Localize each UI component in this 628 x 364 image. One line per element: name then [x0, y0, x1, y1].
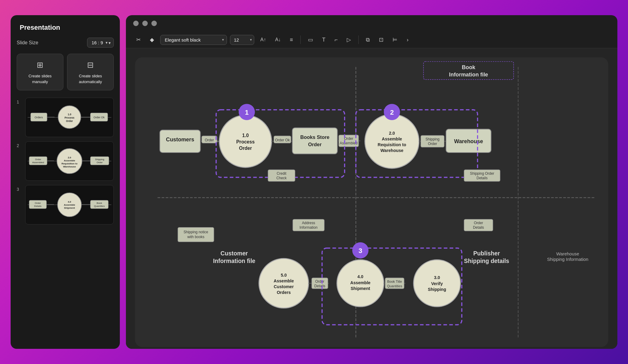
create-auto-button[interactable]: ⊟ Create slides automatically — [67, 54, 114, 90]
svg-text:5.0: 5.0 — [281, 273, 287, 278]
svg-text:Customer: Customer — [274, 284, 294, 289]
svg-text:Shipping: Shipping — [425, 137, 439, 141]
svg-text:Order Ok: Order Ok — [93, 116, 105, 119]
slide2-svg: Order Assembled 2.0 Assemble Requisition… — [25, 142, 113, 180]
sidebar: Presentation Slide Size 16 : 9 4 : 3 ▾ ⊞… — [11, 15, 120, 349]
font-select-wrapper[interactable]: Elegant soft black ▾ — [160, 35, 227, 45]
svg-text:Book Title: Book Title — [387, 280, 402, 283]
svg-text:Quantities: Quantities — [387, 284, 403, 288]
svg-text:Address: Address — [302, 221, 315, 225]
size-select[interactable]: 12 — [230, 35, 254, 45]
svg-text:Shipping: Shipping — [428, 287, 446, 292]
svg-text:Order: Order — [239, 146, 252, 151]
paint-button[interactable]: ◆ — [147, 35, 157, 45]
sidebar-title: Presentation — [11, 15, 120, 38]
svg-text:Warehouse: Warehouse — [63, 165, 76, 168]
slide-item-3[interactable]: 3 Order Details 4.0 Assemble Shipment — [17, 185, 114, 224]
svg-text:with books: with books — [187, 235, 204, 239]
slide-size-label: Slide Size — [17, 40, 83, 46]
svg-text:Shipping notice: Shipping notice — [184, 230, 208, 234]
svg-text:Information: Information — [299, 225, 317, 230]
rectangle-button[interactable]: ▭ — [305, 35, 316, 45]
svg-text:Order: Order — [35, 158, 41, 161]
slide-number-3: 3 — [17, 185, 22, 192]
connector-button[interactable]: ⌐ — [332, 35, 341, 45]
window-titlebar — [126, 15, 617, 32]
svg-text:Customer: Customer — [221, 250, 248, 257]
svg-text:Check: Check — [276, 176, 287, 180]
svg-text:Assemble: Assemble — [64, 159, 75, 162]
frame-button[interactable]: ⊡ — [376, 35, 387, 45]
slide-preview-2[interactable]: Order Assembled 2.0 Assemble Requisition… — [25, 141, 114, 181]
canvas-area[interactable]: Book Information file Customer Informati… — [126, 48, 617, 349]
slide-size-wrapper[interactable]: 16 : 9 4 : 3 ▾ — [87, 38, 114, 48]
create-buttons: ⊞ Create slides manually ⊟ Create slides… — [11, 54, 120, 98]
svg-text:1.0: 1.0 — [68, 113, 71, 116]
align-right-button[interactable]: ⊨ — [390, 35, 400, 45]
slides-list: 1 Orders 1.0 Process Order — [11, 98, 120, 349]
create-auto-icon: ⊟ — [87, 59, 94, 70]
slide-item-2[interactable]: 2 Order Assembled 2.0 Assemble Requisiti… — [17, 141, 114, 181]
svg-text:Shipment: Shipment — [351, 286, 370, 291]
size-select-wrapper[interactable]: 12 ▾ — [230, 35, 254, 45]
cut-button[interactable]: ✂ — [133, 35, 144, 45]
svg-text:3.0: 3.0 — [434, 275, 440, 280]
svg-text:Shipment: Shipment — [64, 207, 75, 209]
align-button[interactable]: ≡ — [287, 35, 296, 45]
svg-text:Quantities: Quantities — [94, 205, 105, 207]
font-shrink-button[interactable]: A↓ — [272, 35, 284, 44]
main-window: ✂ ◆ Elegant soft black ▾ 12 ▾ A↑ A↓ ≡ — [126, 15, 617, 349]
arrow-button[interactable]: ▷ — [344, 35, 354, 45]
svg-text:Assembled: Assembled — [32, 161, 44, 164]
create-manually-icon: ⊞ — [37, 59, 43, 70]
slide-number-1: 1 — [17, 98, 22, 104]
svg-text:Order: Order — [35, 202, 41, 204]
main-area: ✂ ◆ Elegant soft black ▾ 12 ▾ A↑ A↓ ≡ — [126, 15, 617, 349]
create-manually-button[interactable]: ⊞ Create slides manually — [17, 54, 63, 90]
diagram-canvas[interactable]: Book Information file Customer Informati… — [135, 57, 608, 347]
svg-text:Warehouse: Warehouse — [454, 138, 483, 144]
create-manually-label: Create slides manually — [21, 73, 59, 84]
svg-text:Customers: Customers — [166, 136, 194, 143]
svg-text:Shipping: Shipping — [95, 158, 104, 161]
svg-text:Requisition to: Requisition to — [62, 162, 78, 165]
more-button[interactable]: › — [403, 35, 411, 45]
slide-item-1[interactable]: 1 Orders 1.0 Process Order — [17, 98, 114, 137]
svg-text:Order: Order — [96, 161, 103, 164]
window-dot-3[interactable] — [151, 21, 157, 26]
svg-text:Book: Book — [462, 64, 475, 70]
svg-text:Shipping Information: Shipping Information — [547, 257, 588, 262]
slide-preview-1[interactable]: Orders 1.0 Process Order Order Ok — [25, 98, 114, 137]
svg-text:Orders: Orders — [277, 290, 291, 295]
svg-text:3: 3 — [359, 247, 362, 254]
svg-text:Information file: Information file — [449, 72, 488, 78]
slide-size-select[interactable]: 16 : 9 4 : 3 — [87, 38, 114, 48]
svg-text:Order Ok: Order Ok — [275, 138, 290, 142]
svg-text:Information file: Information file — [213, 258, 255, 264]
app-container: Presentation Slide Size 16 : 9 4 : 3 ▾ ⊞… — [11, 15, 617, 349]
svg-text:Details: Details — [34, 205, 42, 207]
svg-text:Shipping Order: Shipping Order — [470, 171, 494, 176]
window-dot-2[interactable] — [142, 21, 148, 26]
slide-preview-3[interactable]: Order Details 4.0 Assemble Shipment Book… — [25, 185, 114, 224]
svg-text:Details: Details — [477, 176, 488, 180]
toolbar-sep-1 — [300, 35, 301, 44]
svg-text:4.0: 4.0 — [357, 275, 363, 279]
create-auto-label: Create slides automatically — [71, 73, 110, 84]
svg-text:Process: Process — [236, 139, 255, 144]
svg-text:Order: Order — [308, 142, 322, 147]
svg-text:4.0: 4.0 — [68, 201, 72, 203]
svg-text:Order: Order — [428, 142, 437, 146]
slide-size-row: Slide Size 16 : 9 4 : 3 ▾ — [11, 38, 120, 54]
svg-text:Verify: Verify — [431, 281, 443, 286]
slide1-svg: Orders 1.0 Process Order Order Ok — [25, 98, 113, 137]
window-dot-1[interactable] — [133, 21, 139, 26]
slide-number-2: 2 — [17, 141, 22, 148]
svg-text:1: 1 — [245, 109, 248, 116]
font-select[interactable]: Elegant soft black — [160, 35, 227, 45]
layers-button[interactable]: ⧉ — [363, 35, 373, 45]
svg-text:Assemble: Assemble — [350, 280, 371, 285]
font-grow-button[interactable]: A↑ — [257, 35, 269, 44]
svg-text:Books Store: Books Store — [300, 134, 329, 140]
text-button[interactable]: T — [319, 35, 329, 45]
